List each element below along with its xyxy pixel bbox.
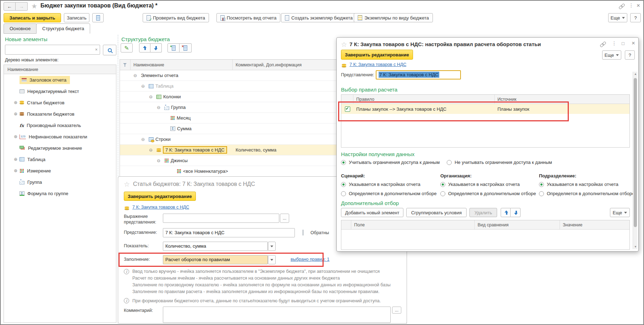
scrollbar-thumb[interactable] [634,78,637,227]
dialog-scrollbar[interactable]: ▲ ▼ [633,72,637,249]
back-button[interactable]: ← [4,2,16,11]
collapse-icon[interactable] [149,148,155,153]
save-button[interactable]: Записать [64,13,89,22]
journal-button[interactable] [92,13,104,22]
comment-more-button[interactable]: ... [392,307,401,314]
search-button[interactable] [103,45,116,55]
tree-item-dimension[interactable]: Измерение [4,165,116,176]
more-menu-icon[interactable] [612,40,617,46]
presentation-input[interactable]: 7 К: Закупка товаров с НДС [163,228,295,237]
selected-rules-link[interactable]: выбрано правил: 1 [291,257,330,262]
expression-input[interactable] [163,214,279,223]
save-close-button[interactable]: Записать и закрыть [4,13,61,22]
reverse-sign-checkbox[interactable] [303,230,303,236]
move-up-button[interactable] [139,43,150,53]
delete-element-button[interactable]: × [180,43,192,53]
scroll-down-icon[interactable]: ▼ [634,245,637,248]
filter-more-button[interactable]: Еще [610,208,630,217]
arrow-up-icon [143,46,147,50]
finish-editing-button[interactable]: Завершить редактирование [124,192,196,201]
instances-by-type-button[interactable]: Экземпляры по виду бюджета [354,13,433,22]
expand-icon[interactable] [14,157,20,162]
filter-table-header[interactable]: Поле Вид сравнения Значение [341,220,629,230]
collapse-icon[interactable] [149,94,155,99]
close-window-icon[interactable] [637,2,640,9]
filter-move-up-button[interactable] [501,208,511,217]
expand-icon[interactable] [14,168,20,173]
tree-item-table[interactable]: Таблица [4,154,116,165]
clear-search-icon[interactable]: × [95,45,98,54]
dialog-presentation-input[interactable]: 7 К: Закупка товаров с НДС [376,70,461,79]
expand-icon[interactable] [14,134,20,139]
more-button[interactable]: Еще [608,13,627,22]
article-link[interactable]: 7 К: Закупка товаров с НДС [132,205,189,210]
tree-item-editable-value[interactable]: Редактируемое значение [4,142,116,154]
indicator-dropdown-button[interactable] [268,242,276,251]
fill-dropdown-button[interactable] [268,255,276,264]
view-report-button[interactable]: Посмотреть вид отчета [216,13,280,22]
radio-label: Определяется в дополнительном отборе [448,191,536,196]
tree-item-budget-indicators[interactable]: Показатели бюджетов [4,108,116,120]
dialog-article-link[interactable]: 7 К: Закупка товаров с НДС [349,62,406,67]
rule-row-selected[interactable]: Планы закупок --> Закупка товаров с НДС … [341,104,629,114]
radio-dept-filter[interactable] [539,191,544,196]
maximize-icon[interactable] [622,40,624,46]
dialog-finish-editing-button[interactable]: Завершить редактирование [341,50,413,60]
tree-item-derived-indicator[interactable]: Производный показатель [4,120,116,131]
radio-org-report[interactable] [440,182,445,187]
radio-scenario-report[interactable] [341,182,346,187]
tree-item-static-text[interactable]: Нередактируемый текст [4,86,116,97]
search-input[interactable]: × [5,45,100,55]
favorite-star-icon[interactable] [31,2,37,10]
radio-scenario-filter[interactable] [341,191,346,196]
filter-move-down-button[interactable] [511,208,521,217]
check-budget-button[interactable]: Проверить вид бюджета [143,13,209,22]
collapse-icon[interactable] [141,137,147,142]
create-instance-button[interactable]: Создать экземпляр бюджета [281,13,357,22]
tree-item-report-header[interactable]: Заголовок отчета [4,74,116,86]
add-filter-button[interactable]: Добавить новый элемент [341,208,403,217]
radio-ignore-access[interactable] [447,160,452,165]
collapse-icon[interactable] [141,84,147,89]
dialog-help-button[interactable]: ? [625,50,635,60]
expand-icon[interactable] [14,111,20,116]
radio-consider-access[interactable] [341,160,346,165]
tree-item-nonfinancial[interactable]: Нефинансовые показатели [4,131,116,142]
favorite-star-icon[interactable] [124,180,130,188]
close-dialog-icon[interactable] [632,40,635,47]
radio-dept-report[interactable] [539,182,544,187]
dialog-more-button[interactable]: Еще [602,50,621,60]
tab-structure[interactable]: Структура бюджета [36,23,90,34]
more-menu-icon[interactable] [629,2,634,8]
comment-textarea[interactable] [163,307,391,323]
collapse-icon[interactable] [133,73,139,78]
coins-gold-icon [342,66,346,67]
rule-source: Планы закупок [495,106,629,112]
add-element-button[interactable]: + [167,43,180,53]
radio-org-filter[interactable] [440,191,445,196]
help-button[interactable]: ? [630,13,641,22]
rule-checkbox[interactable] [345,106,350,112]
tab-main[interactable]: Основное [4,23,37,34]
forward-button[interactable]: → [16,2,28,11]
additional-filter-title: Дополнительный отбор [341,200,399,206]
move-down-button[interactable] [150,43,162,53]
info-line: Ввод только вручную - ячейка заполняется… [132,268,391,275]
tree-item-group-formula[interactable]: Формула по группе [4,188,116,199]
expression-more-button[interactable]: ... [280,214,289,223]
collapse-icon[interactable] [157,105,163,110]
tree-item-budget-articles[interactable]: Статьи бюджетов [4,97,116,108]
indicator-select[interactable]: Количество, сумма [163,242,268,251]
favorite-star-icon[interactable] [341,40,347,49]
rules-table-header[interactable]: Правило Источник [341,95,629,104]
indicator-value: Количество, сумма [165,243,206,249]
collapse-icon[interactable] [157,158,163,163]
fill-select[interactable]: Расчет оборотов по правилам [163,255,268,264]
expand-icon[interactable] [14,100,20,105]
edit-button[interactable] [121,43,133,53]
scroll-up-icon[interactable]: ▲ [634,72,637,76]
tree-item-group[interactable]: Группа [4,176,116,188]
tree-column-header[interactable]: Наименование [4,65,116,74]
delete-filter-button[interactable]: Удалить [469,208,497,217]
group-conditions-button[interactable]: Сгруппировать условия [406,208,467,217]
